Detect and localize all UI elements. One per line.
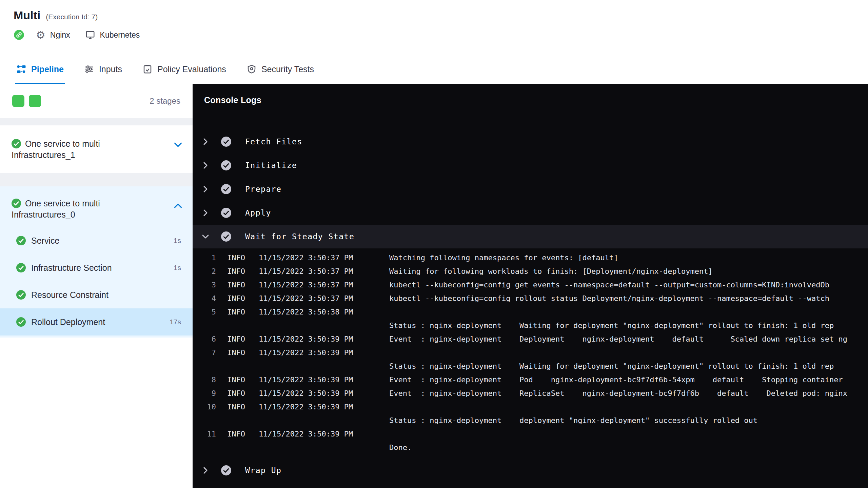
sidebar-step-resource-constraint[interactable]: Resource Constraint [0,281,193,308]
log-message: Waiting for following workloads to finis… [389,265,868,278]
stage-group-infrastructures-0: One service to multi Infrastructures_0 S… [0,186,193,338]
success-check-icon [16,317,26,327]
log-line-number: 1 [193,251,216,265]
meta-row: ⚙ Nginx Kubernetes [0,22,868,40]
stage-title-text: One service to multi Infrastructures_0 [12,199,100,219]
tab-label: Policy Evaluations [157,64,226,74]
log-level: INFO [227,305,259,332]
chevron-up-icon[interactable] [173,201,183,211]
log-line-number: 7 [193,346,216,373]
security-tests-icon [246,64,257,74]
stage-card-infrastructures-1[interactable]: One service to multi Infrastructures_1 [0,125,193,173]
tab-inputs[interactable]: Inputs [83,56,123,84]
chevron-right-icon[interactable] [201,137,210,146]
stage-card-infrastructures-0[interactable]: One service to multi Infrastructures_0 [0,186,193,227]
log-line: 4 INFO 11/15/2022 3:50:37 PM kubectl --k… [193,292,868,305]
log-level: INFO [227,346,259,373]
log-line: 11 INFO 11/15/2022 3:50:39 PM Done. [193,427,868,454]
chevron-right-icon[interactable] [201,466,210,475]
policy-evaluations-icon [142,64,153,74]
chevron-right-icon[interactable] [201,208,210,217]
log-level: INFO [227,292,259,305]
step-name: Rollout Deployment [31,317,105,327]
kubernetes-icon [85,30,95,40]
log-level: INFO [227,332,259,346]
step-success-check-icon [221,231,231,242]
log-line: 8 INFO 11/15/2022 3:50:39 PM Event : ngi… [193,373,868,387]
log-timestamp: 11/15/2022 3:50:37 PM [259,251,389,265]
log-line: 9 INFO 11/15/2022 3:50:39 PM Event : ngi… [193,387,868,400]
tab-label: Inputs [99,64,122,74]
sidebar-step-infrastructure-section[interactable]: Infrastructure Section 1s [0,254,193,281]
success-check-icon [16,236,26,245]
console-step-wait-for-steady-state[interactable]: Wait for Steady State [193,225,868,248]
service-name: Nginx [50,30,70,40]
chevron-down-icon[interactable] [173,140,183,150]
log-timestamp: 11/15/2022 3:50:37 PM [259,265,389,278]
stage-status-square [12,95,24,107]
console-step-initialize[interactable]: Initialize [193,154,868,177]
sidebar-step-rollout-deployment[interactable]: Rollout Deployment 17s [0,308,193,336]
title-row: Multi (Execution Id: 7) [0,0,868,22]
tab-bar: Pipeline Inputs Policy Evaluations Secur… [0,56,868,84]
chevron-right-icon[interactable] [201,161,210,170]
log-message: kubectl --kubeconfig=config get events -… [389,278,868,292]
console-panel: Console Logs Fetch Files Initialize Prep… [193,84,868,488]
log-line-number: 3 [193,278,216,292]
divider [0,118,193,125]
log-timestamp: 11/15/2022 3:50:37 PM [259,292,389,305]
console-step-fetch-files[interactable]: Fetch Files [193,130,868,154]
console-step-prepare[interactable]: Prepare [193,177,868,201]
log-line-number: 9 [193,387,216,400]
log-line-number: 5 [193,305,216,332]
chevron-down-icon[interactable] [201,232,210,241]
log-output: 1 INFO 11/15/2022 3:50:37 PM Watching fo… [193,251,868,454]
log-line: 6 INFO 11/15/2022 3:50:39 PM Event : ngi… [193,332,868,346]
tab-security-tests[interactable]: Security Tests [245,56,315,84]
log-level: INFO [227,251,259,265]
stage-status-square [29,95,41,107]
log-line: 3 INFO 11/15/2022 3:50:37 PM kubectl --k… [193,278,868,292]
stages-sidebar: 2 stages One service to multi Infrastruc… [0,84,193,488]
stage-summary: 2 stages [0,84,193,118]
step-success-check-icon [221,208,231,218]
step-success-check-icon [221,184,231,194]
log-timestamp: 11/15/2022 3:50:39 PM [259,346,389,373]
console-step-label: Fetch Files [245,137,302,146]
gear-icon[interactable]: ⚙ [36,30,45,40]
chevron-right-icon[interactable] [201,185,210,194]
console-step-apply[interactable]: Apply [193,201,868,225]
log-timestamp: 11/15/2022 3:50:38 PM [259,305,389,332]
step-name: Service [31,236,59,246]
log-level: INFO [227,265,259,278]
console-header: Console Logs [193,84,868,116]
step-duration: 1s [174,264,181,272]
tab-policy-evaluations[interactable]: Policy Evaluations [141,56,228,84]
divider [0,173,193,186]
log-timestamp: 11/15/2022 3:50:37 PM [259,278,389,292]
log-timestamp: 11/15/2022 3:50:39 PM [259,373,389,387]
log-line-number: 11 [193,427,216,454]
log-line: 5 INFO 11/15/2022 3:50:38 PM Status : ng… [193,305,868,332]
log-message: Event : nginx-deployment ReplicaSet ngin… [389,387,868,400]
log-line-number: 4 [193,292,216,305]
console-title: Console Logs [204,95,261,105]
console-step-label: Initialize [245,161,297,170]
page-header: Multi (Execution Id: 7) ⚙ Nginx Kubernet… [0,0,868,84]
tab-label: Security Tests [261,64,314,74]
console-step-wrap-up[interactable]: Wrap Up [193,459,868,482]
step-name: Infrastructure Section [31,263,112,273]
pipeline-icon [16,64,26,74]
console-step-label: Wait for Steady State [245,232,354,241]
tab-pipeline[interactable]: Pipeline [15,56,65,84]
success-check-icon [16,290,26,300]
log-line-number: 2 [193,265,216,278]
infrastructure-group: Kubernetes [85,30,140,40]
log-message: Watching following namespaces for events… [389,251,868,265]
sidebar-step-service[interactable]: Service 1s [0,227,193,254]
log-timestamp: 11/15/2022 3:50:39 PM [259,400,389,427]
stage-title: One service to multi Infrastructures_1 [12,138,161,161]
log-message: Status : nginx-deployment Waiting for de… [389,305,868,332]
log-timestamp: 11/15/2022 3:50:39 PM [259,332,389,346]
log-message: Done. [389,427,868,454]
